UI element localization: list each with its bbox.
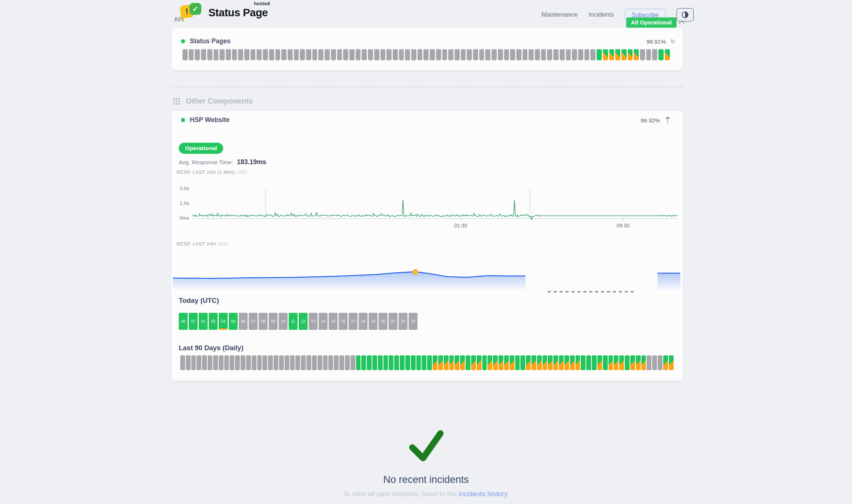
uptime-bar[interactable]	[306, 49, 311, 60]
hour-block-05[interactable]: 05	[229, 313, 238, 330]
daily-uptime-bar[interactable]	[537, 355, 542, 370]
uptime-bar[interactable]	[652, 49, 657, 60]
uptime-bar[interactable]	[281, 49, 286, 60]
daily-uptime-bar[interactable]	[449, 355, 454, 370]
daily-uptime-bar[interactable]	[608, 355, 613, 370]
uptime-bar[interactable]	[386, 49, 392, 60]
daily-uptime-bar[interactable]	[520, 355, 525, 370]
daily-uptime-bar[interactable]	[350, 355, 355, 370]
daily-uptime-bar[interactable]	[279, 355, 284, 370]
daily-uptime-bar[interactable]	[564, 355, 569, 370]
daily-uptime-bar[interactable]	[581, 355, 586, 370]
daily-uptime-bar[interactable]	[411, 355, 416, 370]
daily-uptime-bar[interactable]	[301, 355, 306, 370]
daily-uptime-bar[interactable]	[433, 355, 437, 370]
daily-uptime-bar[interactable]	[312, 355, 317, 370]
uptime-bar[interactable]	[337, 49, 342, 60]
uptime-bar[interactable]	[423, 49, 429, 60]
daily-uptime-bar[interactable]	[438, 355, 443, 370]
uptime-bar[interactable]	[560, 49, 565, 60]
daily-uptime-bar[interactable]	[202, 355, 207, 370]
daily-uptime-bar[interactable]	[372, 355, 377, 370]
hour-block-14[interactable]: 14	[319, 313, 328, 330]
refresh-icon[interactable]: ↻	[671, 38, 675, 45]
daily-uptime-bar[interactable]	[641, 355, 646, 370]
uptime-bar[interactable]	[590, 49, 596, 60]
daily-uptime-bar[interactable]	[268, 355, 273, 370]
collapse-chevron-icon[interactable]	[678, 19, 685, 26]
hour-block-09[interactable]: 09	[269, 313, 278, 330]
daily-uptime-bar[interactable]	[416, 355, 421, 370]
uptime-bar[interactable]	[454, 49, 460, 60]
hour-block-08[interactable]: 08	[259, 313, 268, 330]
uptime-bar[interactable]	[498, 49, 503, 60]
hour-block-03[interactable]: 03	[209, 313, 218, 330]
uptime-bar[interactable]	[646, 49, 651, 60]
daily-uptime-bar[interactable]	[191, 355, 196, 370]
uptime-bar[interactable]	[504, 49, 509, 60]
uptime-bar[interactable]	[628, 49, 633, 60]
daily-uptime-bar[interactable]	[499, 355, 503, 370]
daily-uptime-bar[interactable]	[262, 355, 267, 370]
daily-uptime-bar[interactable]	[586, 355, 591, 370]
uptime-bar[interactable]	[368, 49, 373, 60]
uptime-bar[interactable]	[430, 49, 435, 60]
daily-uptime-bar[interactable]	[208, 355, 212, 370]
daily-uptime-bar[interactable]	[576, 355, 580, 370]
daily-uptime-bar[interactable]	[334, 355, 339, 370]
uptime-bar[interactable]	[417, 49, 423, 60]
daily-uptime-bar[interactable]	[257, 355, 262, 370]
uptime-bar[interactable]	[331, 49, 336, 60]
uptime-bar[interactable]	[523, 49, 528, 60]
uptime-bar[interactable]	[492, 49, 497, 60]
uptime-bar[interactable]	[374, 49, 379, 60]
uptime-bar[interactable]	[510, 49, 515, 60]
daily-uptime-bar[interactable]	[224, 355, 229, 370]
daily-uptime-bar[interactable]	[422, 355, 426, 370]
hour-block-11[interactable]: 11	[289, 313, 298, 330]
hour-block-15[interactable]: 15	[329, 313, 338, 330]
daily-uptime-bar[interactable]	[328, 355, 333, 370]
uptime-bar[interactable]	[312, 49, 318, 60]
uptime-bar[interactable]	[603, 49, 608, 60]
daily-uptime-bar[interactable]	[339, 355, 344, 370]
hour-block-04[interactable]: 04	[219, 313, 228, 330]
hour-block-12[interactable]: 12	[299, 313, 308, 330]
hour-block-06[interactable]: 06	[239, 313, 248, 330]
hour-block-19[interactable]: 19	[369, 313, 378, 330]
daily-uptime-bar[interactable]	[252, 355, 256, 370]
uptime-bar[interactable]	[405, 49, 410, 60]
daily-uptime-bar[interactable]	[630, 355, 635, 370]
uptime-bar[interactable]	[640, 49, 645, 60]
hour-block-07[interactable]: 07	[249, 313, 258, 330]
hour-block-00[interactable]: 00	[179, 313, 188, 330]
daily-uptime-bar[interactable]	[383, 355, 388, 370]
daily-uptime-bar[interactable]	[625, 355, 630, 370]
uptime-bar[interactable]	[294, 49, 299, 60]
uptime-bar[interactable]	[189, 49, 194, 60]
daily-uptime-bar[interactable]	[235, 355, 240, 370]
uptime-bar[interactable]	[349, 49, 355, 60]
uptime-bar[interactable]	[566, 49, 571, 60]
hour-block-16[interactable]: 16	[339, 313, 348, 330]
hour-block-10[interactable]: 10	[279, 313, 288, 330]
daily-uptime-bar[interactable]	[466, 355, 470, 370]
daily-uptime-bar[interactable]	[471, 355, 476, 370]
uptime-bar[interactable]	[362, 49, 367, 60]
uptime-bar[interactable]	[615, 49, 620, 60]
uptime-bar[interactable]	[461, 49, 466, 60]
daily-uptime-bar[interactable]	[493, 355, 498, 370]
brand-logo[interactable]: ! ✓ Status Page hosted	[180, 3, 268, 22]
uptime-bar[interactable]	[251, 49, 256, 60]
daily-uptime-bar[interactable]	[619, 355, 624, 370]
daily-uptime-bar[interactable]	[548, 355, 553, 370]
daily-uptime-bar[interactable]	[526, 355, 531, 370]
uptime-bar[interactable]	[665, 49, 670, 60]
uptime-bar[interactable]	[232, 49, 237, 60]
uptime-bar[interactable]	[485, 49, 490, 60]
daily-uptime-bar[interactable]	[543, 355, 547, 370]
daily-uptime-bar[interactable]	[460, 355, 465, 370]
uptime-bar[interactable]	[238, 49, 243, 60]
daily-uptime-bar[interactable]	[658, 355, 663, 370]
daily-uptime-bar[interactable]	[246, 355, 251, 370]
